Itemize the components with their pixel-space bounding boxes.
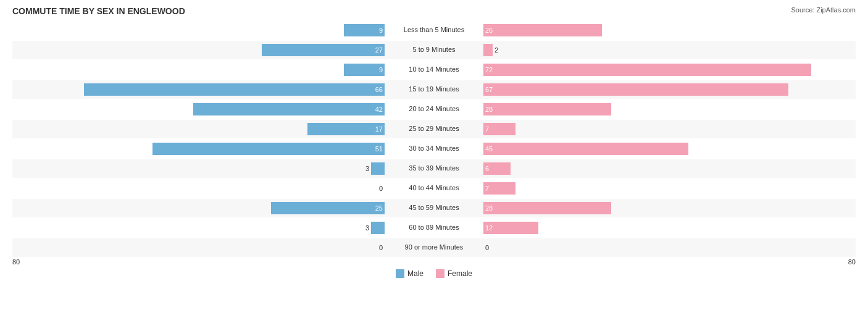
left-half: 42 xyxy=(12,100,385,119)
male-value: 66 xyxy=(375,86,383,93)
legend-female: Female xyxy=(436,269,472,278)
female-label: Female xyxy=(448,269,472,278)
axis-left-label: 80 xyxy=(12,258,20,266)
right-half: 28 xyxy=(483,100,856,119)
female-bar xyxy=(483,143,688,155)
left-half: 0 xyxy=(12,238,385,257)
row-label: 90 or more Minutes xyxy=(385,243,483,251)
chart-row: 1725 to 29 Minutes7 xyxy=(12,120,856,138)
chart-row: 5130 to 34 Minutes45 xyxy=(12,140,856,158)
row-label: 60 to 89 Minutes xyxy=(385,224,483,232)
row-label: 30 to 34 Minutes xyxy=(385,145,483,153)
female-value: 28 xyxy=(485,204,493,212)
row-label: 25 to 29 Minutes xyxy=(385,125,483,133)
female-value: 26 xyxy=(485,27,493,34)
female-bar xyxy=(483,44,493,56)
male-value: 3 xyxy=(365,165,369,172)
row-label: 45 to 59 Minutes xyxy=(385,204,483,212)
axis-row: 80 80 xyxy=(12,258,856,266)
row-label: Less than 5 Minutes xyxy=(385,26,483,34)
left-half: 17 xyxy=(12,120,385,138)
male-value: 27 xyxy=(375,46,383,54)
left-half: 51 xyxy=(12,140,385,158)
male-bar xyxy=(271,202,385,214)
row-label: 35 to 39 Minutes xyxy=(385,164,483,172)
female-bar xyxy=(483,202,611,214)
row-label: 15 to 19 Minutes xyxy=(385,85,483,93)
female-bar xyxy=(483,64,811,76)
row-label: 20 to 24 Minutes xyxy=(385,105,483,113)
female-swatch xyxy=(436,269,444,278)
legend-male: Male xyxy=(396,269,424,278)
female-value: 7 xyxy=(485,185,489,192)
right-half: 7 xyxy=(483,120,856,138)
axis-right-label: 80 xyxy=(848,258,856,266)
chart-row: 090 or more Minutes0 xyxy=(12,238,856,257)
female-value: 2 xyxy=(495,46,498,54)
female-value: 72 xyxy=(485,66,493,73)
left-half: 27 xyxy=(12,41,385,59)
male-value: 9 xyxy=(379,66,383,73)
left-half: 3 xyxy=(12,219,385,237)
chart-row: 6615 to 19 Minutes67 xyxy=(12,80,856,99)
female-value: 28 xyxy=(485,106,493,113)
male-value: 3 xyxy=(365,224,369,232)
male-bar xyxy=(193,103,385,115)
chart-row: 9Less than 5 Minutes26 xyxy=(12,21,856,40)
male-value: 0 xyxy=(379,244,383,251)
right-half: 72 xyxy=(483,61,856,79)
male-label: Male xyxy=(407,269,424,278)
left-half: 9 xyxy=(12,61,385,79)
row-label: 10 to 14 Minutes xyxy=(385,65,483,73)
left-half: 66 xyxy=(12,80,385,99)
right-half: 7 xyxy=(483,179,856,198)
chart-row: 2545 to 59 Minutes28 xyxy=(12,199,856,217)
left-half: 9 xyxy=(12,21,385,40)
right-half: 6 xyxy=(483,159,856,178)
male-bar xyxy=(152,143,385,155)
male-bar xyxy=(371,222,385,234)
chart-container: 9Less than 5 Minutes26275 to 9 Minutes29… xyxy=(12,21,856,278)
rows-wrapper: 9Less than 5 Minutes26275 to 9 Minutes29… xyxy=(12,21,856,257)
male-value: 51 xyxy=(375,145,383,153)
female-value: 12 xyxy=(485,224,493,232)
right-half: 12 xyxy=(483,219,856,237)
right-half: 45 xyxy=(483,140,856,158)
right-half: 26 xyxy=(483,21,856,40)
male-swatch xyxy=(396,269,404,278)
chart-title: COMMUTE TIME BY SEX IN ENGLEWOOD xyxy=(12,6,185,16)
chart-row: 4220 to 24 Minutes28 xyxy=(12,100,856,119)
male-bar xyxy=(371,162,385,175)
chart-row: 275 to 9 Minutes2 xyxy=(12,41,856,59)
right-half: 67 xyxy=(483,80,856,99)
row-label: 40 to 44 Minutes xyxy=(385,184,483,192)
male-value: 42 xyxy=(375,106,383,113)
source-text: Source: ZipAtlas.com xyxy=(791,6,856,14)
chart-row: 335 to 39 Minutes6 xyxy=(12,159,856,178)
female-value: 67 xyxy=(485,86,493,93)
female-bar xyxy=(483,103,611,115)
right-half: 28 xyxy=(483,199,856,217)
row-label: 5 to 9 Minutes xyxy=(385,46,483,54)
male-value: 0 xyxy=(379,185,383,192)
right-half: 2 xyxy=(483,41,856,59)
left-half: 3 xyxy=(12,159,385,178)
male-value: 17 xyxy=(375,125,383,133)
male-value: 25 xyxy=(375,204,383,212)
female-bar xyxy=(483,24,602,36)
male-bar xyxy=(307,123,385,135)
legend: Male Female xyxy=(12,269,856,278)
male-bar xyxy=(262,44,385,56)
female-value: 7 xyxy=(485,125,489,133)
left-half: 0 xyxy=(12,179,385,198)
female-value: 6 xyxy=(485,165,489,172)
right-half: 0 xyxy=(483,238,856,257)
female-bar xyxy=(483,83,788,96)
male-bar xyxy=(84,83,385,96)
left-half: 25 xyxy=(12,199,385,217)
male-value: 9 xyxy=(379,27,383,34)
female-value: 45 xyxy=(485,145,493,153)
female-value: 0 xyxy=(485,244,489,251)
chart-row: 040 to 44 Minutes7 xyxy=(12,179,856,198)
chart-row: 910 to 14 Minutes72 xyxy=(12,61,856,79)
